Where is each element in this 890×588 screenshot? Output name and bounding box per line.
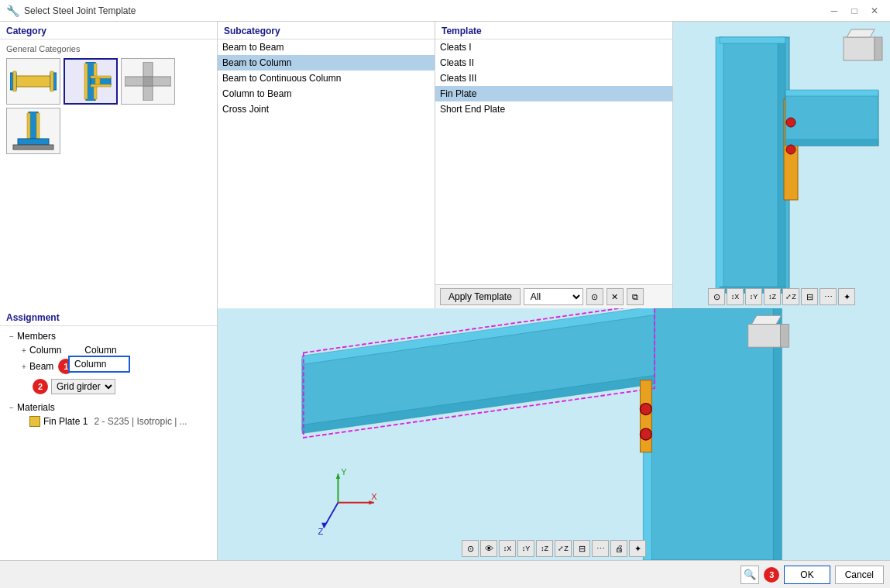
template-toolbar: Apply Template All Selected Visible ⊙ ✕ … [435, 284, 672, 308]
template-list: Cleats I Cleats II Cleats III Fin Plate … [435, 40, 672, 117]
fin-plate-value: 2 - S235 | Isotropic | ... [94, 416, 187, 427]
3d-view-top-svg [673, 22, 890, 308]
category-icon-4[interactable] [6, 108, 60, 154]
view-more-btn[interactable]: ⋯ [820, 288, 837, 305]
top-right-3d-view: ⊙ ↕X ↕Y ↕Z ⤢Z ⊟ ⋯ ✦ [673, 22, 890, 308]
main-content: Category General Categories [0, 22, 890, 560]
badge-3: 3 [764, 567, 779, 583]
column-value: Column [84, 345, 116, 356]
svg-rect-6 [84, 64, 88, 99]
column-base-icon [10, 112, 57, 150]
svg-point-44 [640, 404, 651, 415]
svg-rect-17 [36, 113, 40, 139]
members-label: Members [17, 331, 56, 342]
svg-point-31 [786, 145, 796, 154]
svg-rect-24 [720, 37, 785, 43]
category-icon-3[interactable] [121, 58, 175, 105]
svg-text:X: X [371, 492, 377, 501]
view-ty-btn[interactable]: ↕Y [745, 288, 762, 305]
bv-more-btn[interactable]: ⋯ [592, 540, 609, 557]
beam-row: + Beam 1 Column [6, 357, 211, 376]
status-bar: 🔍 3 OK Cancel [0, 560, 890, 588]
svg-text:Y: Y [341, 467, 347, 476]
svg-rect-47 [751, 315, 781, 324]
subcategory-body: Beam to Beam Beam to Column Beam to Cont… [218, 40, 435, 308]
bv-print-btn[interactable]: 🖨 [610, 540, 627, 557]
bv-eye-btn[interactable]: 👁 [480, 540, 497, 557]
svg-rect-10 [91, 84, 111, 87]
beam-expand-icon[interactable]: + [19, 361, 29, 372]
template-body: Cleats I Cleats II Cleats III Fin Plate … [435, 40, 672, 284]
subcategory-item-4[interactable]: Cross Joint [218, 101, 435, 117]
apply-template-button[interactable]: Apply Template [440, 288, 521, 305]
svg-rect-19 [13, 145, 53, 150]
view-tz-btn[interactable]: ↕Z [764, 288, 781, 305]
materials-expand-icon[interactable]: − [6, 402, 17, 413]
view-itz-btn[interactable]: ⤢Z [782, 288, 799, 305]
bv-layers-btn[interactable]: ⊟ [573, 540, 590, 557]
beam-joint-1-icon [10, 62, 57, 101]
search-button[interactable]: 🔍 [741, 566, 759, 584]
materials-label: Materials [17, 402, 55, 413]
beam-type-select[interactable]: Grid girder Beam Rafter [51, 379, 115, 394]
maximize-button[interactable]: □ [845, 3, 864, 19]
svg-rect-9 [91, 76, 111, 78]
subcategory-list: Beam to Beam Beam to Column Beam to Cont… [218, 40, 435, 117]
fin-plate-label: Fin Plate 1 [43, 416, 88, 427]
svg-point-45 [640, 428, 651, 440]
svg-rect-8 [91, 77, 111, 85]
template-item-4[interactable]: Short End Plate [435, 101, 672, 117]
bv-extra-btn[interactable]: ✦ [629, 540, 646, 557]
subcategory-item-3[interactable]: Column to Beam [218, 86, 435, 101]
svg-rect-4 [50, 71, 53, 91]
reset-icon-button[interactable]: ⊙ [586, 288, 603, 305]
filter-select[interactable]: All Selected Visible [524, 288, 583, 305]
fin-plate-expand-icon[interactable] [19, 416, 29, 427]
members-expand-icon[interactable]: − [6, 331, 17, 342]
top-row: Category General Categories [0, 22, 890, 308]
bv-itz-btn[interactable]: ⤢Z [555, 540, 572, 557]
category-icon-1[interactable] [6, 58, 60, 105]
minimize-button[interactable]: ─ [825, 3, 844, 19]
svg-rect-14 [143, 77, 153, 86]
subcategory-panel: Subcategory Beam to Beam Beam to Column … [218, 22, 435, 308]
template-item-2[interactable]: Cleats III [435, 70, 672, 86]
cross-joint-icon [125, 62, 171, 101]
ok-button[interactable]: OK [784, 566, 830, 584]
template-header: Template [435, 22, 672, 40]
template-item-1[interactable]: Cleats II [435, 55, 672, 70]
subcategory-item-0[interactable]: Beam to Beam [218, 40, 435, 55]
bv-fit-btn[interactable]: ⊙ [462, 540, 479, 557]
view-reset-btn[interactable]: ⊙ [708, 288, 725, 305]
column-expand-icon[interactable]: + [19, 345, 29, 356]
category-icons [6, 58, 211, 154]
bv-ty-btn[interactable]: ↕Y [517, 540, 534, 557]
subcategory-item-2[interactable]: Beam to Continuous Column [218, 70, 435, 86]
svg-rect-3 [13, 71, 16, 91]
copy-icon-button[interactable]: ⧉ [627, 288, 644, 305]
template-item-0[interactable]: Cleats I [435, 40, 672, 55]
category-icon-2[interactable] [64, 58, 118, 105]
3d-view-bottom-svg: Y X Z [218, 308, 890, 560]
bottom-view-toolbar: ⊙ 👁 ↕X ↕Y ↕Z ⤢Z ⊟ ⋯ 🖨 ✦ [221, 540, 887, 557]
bv-tz-btn[interactable]: ↕Z [536, 540, 553, 557]
fin-plate-row: Fin Plate 1 2 - S235 | Isotropic | ... [6, 414, 211, 428]
view-layers-btn[interactable]: ⊟ [801, 288, 818, 305]
category-panel: Category General Categories [0, 22, 217, 308]
view-tx-btn[interactable]: ↕X [727, 288, 744, 305]
svg-point-30 [786, 118, 796, 127]
close-button[interactable]: ✕ [865, 3, 884, 19]
cancel-button[interactable]: Cancel [835, 566, 884, 584]
svg-rect-28 [785, 90, 878, 96]
bottom-row: Assignment − Members + Column Column + B… [0, 308, 890, 560]
bottom-3d-view: Y X Z ⊙ 👁 ↕X ↕Y ↕Z ⤢Z [218, 308, 890, 560]
delete-icon-button[interactable]: ✕ [607, 288, 624, 305]
bv-tx-btn[interactable]: ↕X [499, 540, 516, 557]
svg-rect-29 [785, 139, 878, 146]
column-dropdown-display[interactable]: Column [68, 356, 130, 373]
view-extra-btn[interactable]: ✦ [838, 288, 855, 305]
column-dropdown-value: Column [74, 359, 106, 370]
subcategory-item-1[interactable]: Beam to Column [218, 55, 435, 70]
svg-text:Z: Z [318, 527, 323, 536]
template-item-3[interactable]: Fin Plate [435, 86, 672, 101]
